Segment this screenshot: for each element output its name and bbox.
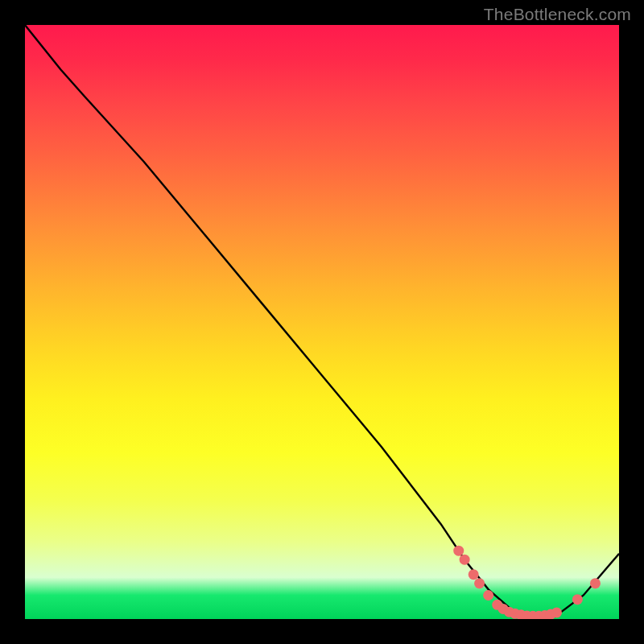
marker-point [469,569,479,580]
marker-point [453,546,464,556]
chart-stage: TheBottleneck.com [0,0,644,644]
markers-group [453,546,601,619]
marker-point [572,594,583,605]
bottleneck-curve [25,25,619,616]
chart-svg [25,25,619,619]
watermark-text: TheBottleneck.com [484,5,631,24]
marker-point [483,590,493,601]
marker-point [590,578,601,588]
marker-point [474,578,485,588]
marker-point [551,607,562,617]
plot-area [25,25,619,619]
marker-point [460,555,470,565]
